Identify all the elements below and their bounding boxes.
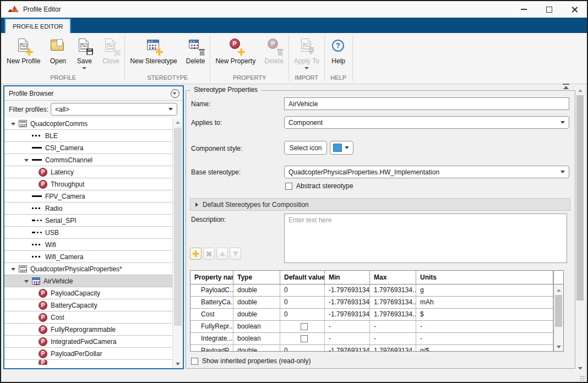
table-scrollbar-thumb[interactable]: [555, 295, 562, 327]
cell-min: -1.797693134...: [325, 345, 370, 351]
filter-profiles-label: Filter profiles:: [9, 106, 48, 113]
scroll-down-icon[interactable]: [173, 359, 183, 368]
remove-property-button[interactable]: [203, 248, 215, 260]
scroll-down-icon[interactable]: [575, 364, 585, 373]
tree-scrollbar-thumb[interactable]: [174, 128, 182, 326]
cell-type: boolean: [233, 333, 280, 344]
scroll-up-icon[interactable]: [173, 118, 183, 127]
move-down-button[interactable]: [230, 248, 241, 260]
show-inherited-checkbox[interactable]: [191, 358, 198, 365]
new-property-button[interactable]: New Property: [211, 37, 260, 65]
open-button[interactable]: Open: [45, 37, 71, 65]
tree-item-payloadperdollar[interactable]: PayloadPerDollar: [4, 348, 172, 360]
tree-item-wifi[interactable]: Wifi: [4, 239, 172, 251]
description-textarea[interactable]: [284, 214, 567, 263]
tree-item-quadcopterphysicalproperties[interactable]: QuadcopterPhysicalProperties*: [4, 263, 172, 275]
save-dropdown-caret-icon[interactable]: [82, 67, 86, 69]
close-button[interactable]: [562, 1, 587, 18]
tree-item-ble[interactable]: BLE: [4, 130, 172, 142]
resize-grip[interactable]: [580, 375, 585, 381]
maximize-button[interactable]: [536, 1, 562, 18]
chevron-down-icon: [560, 121, 565, 124]
tree-item-airvehicle[interactable]: AirVehicle: [4, 275, 172, 287]
column-header[interactable]: Units: [416, 271, 553, 284]
minimize-ribbon-icon[interactable]: [562, 84, 570, 90]
toolbar-group-profile: New Profile Open Save Close PROFILE: [2, 33, 124, 84]
applies-to-dropdown[interactable]: Component: [284, 116, 569, 129]
name-input[interactable]: [284, 97, 569, 110]
tree-item-serial-spi[interactable]: Serial_SPI: [4, 215, 172, 227]
new-profile-button[interactable]: New Profile: [2, 37, 45, 65]
expander-icon[interactable]: [10, 266, 17, 272]
properties-table-header: Property name Type Default value Min Max…: [190, 271, 563, 284]
delete-stereotype-button[interactable]: Delete: [182, 37, 210, 65]
default-stereotypes-section-header[interactable]: Default Stereotypes for Composition: [190, 198, 570, 211]
tree-item-partial[interactable]: [4, 360, 172, 365]
expander-icon[interactable]: [23, 157, 30, 163]
filter-profiles-dropdown[interactable]: <all>: [51, 103, 177, 116]
expander-icon[interactable]: [23, 278, 30, 284]
tree-item-radio[interactable]: Radio: [4, 203, 172, 215]
cell-property-name: Integrate...: [190, 333, 233, 344]
component-color-dropdown[interactable]: [330, 141, 353, 155]
column-header[interactable]: Property name: [190, 271, 233, 284]
chevron-down-icon: [560, 171, 565, 173]
apply-to-button[interactable]: Apply To: [290, 37, 324, 69]
column-header[interactable]: Max: [370, 271, 416, 284]
tab-profile-editor[interactable]: PROFILE EDITOR: [4, 18, 71, 33]
close-profile-icon: [102, 38, 119, 54]
default-value-checkbox[interactable]: [301, 323, 308, 330]
table-row[interactable]: Cost double 0 -1.797693134... 1.79769313…: [190, 309, 563, 321]
help-icon: [330, 38, 347, 54]
tree-item-label: AirVehicle: [43, 277, 73, 285]
tree-item-wifi-camera[interactable]: Wifi_Camera: [4, 251, 172, 263]
connector-solid-icon: [32, 195, 42, 197]
tree-item-quadcoptercomms[interactable]: QuadcopterComms: [4, 118, 172, 130]
tree-item-fullyreprogrammable[interactable]: FullyReprogrammable: [4, 324, 172, 336]
expander-icon[interactable]: [10, 121, 17, 127]
default-value-checkbox[interactable]: [301, 335, 308, 342]
titlebar: Profile Editor: [1, 1, 587, 18]
move-up-button[interactable]: [216, 248, 228, 260]
tree-item-throughput[interactable]: Throughput: [4, 178, 172, 190]
table-row[interactable]: PayloadC... double 0 -1.797693134... 1.7…: [190, 284, 563, 297]
panel-menu-icon[interactable]: [171, 89, 179, 98]
toolbar-group-stereotype: New Stereotype Delete STEREOTYPE: [126, 33, 209, 84]
table-row[interactable]: FullyRepr... boolean - - -: [190, 321, 563, 333]
column-header[interactable]: Min: [325, 271, 370, 284]
save-button[interactable]: Save: [71, 37, 97, 69]
tree-item-csi-camera[interactable]: CSI_Camera: [4, 142, 172, 154]
tree-item-cost[interactable]: Cost: [4, 311, 172, 324]
tree-item-usb[interactable]: USB: [4, 227, 172, 239]
table-row[interactable]: BatteryCa... double 0 -1.797693134... 1.…: [190, 297, 563, 309]
column-header[interactable]: Default value: [280, 271, 325, 284]
abstract-stereotype-checkbox[interactable]: [285, 183, 292, 190]
base-stereotype-label: Base stereotype:: [191, 168, 241, 176]
new-stereotype-button[interactable]: New Stereotype: [126, 37, 181, 65]
scroll-up-icon[interactable]: [575, 86, 585, 95]
table-row[interactable]: Integrate... boolean - - -: [190, 333, 563, 345]
main-scrollbar-thumb[interactable]: [576, 95, 584, 300]
tree-item-payloadcapacity[interactable]: PayloadCapacity: [4, 287, 172, 299]
help-button[interactable]: Help: [325, 37, 352, 65]
tree-item-commschannel[interactable]: CommsChannel: [4, 154, 172, 166]
delete-property-button[interactable]: Delete: [260, 37, 288, 65]
toolbar-group-help: Help HELP: [325, 33, 352, 84]
tree-item-batterycapacity[interactable]: BatteryCapacity: [4, 299, 172, 311]
column-header[interactable]: Type: [233, 271, 280, 284]
scroll-up-icon[interactable]: [554, 286, 563, 294]
table-scrollbar[interactable]: [553, 271, 563, 351]
tree-scrollbar[interactable]: [172, 118, 183, 368]
add-property-button[interactable]: [190, 248, 202, 260]
base-stereotype-dropdown[interactable]: QuadcopterPhysicalProperties.HW_Implemen…: [284, 166, 569, 178]
tree-item-integratedfwdcamera[interactable]: IntegratedFwdCamera: [4, 336, 172, 348]
select-icon-button[interactable]: Select icon: [284, 141, 327, 155]
table-row[interactable]: PayloadP... double 0 -1.797693134... 1.7…: [190, 345, 563, 351]
minimize-button[interactable]: [511, 1, 536, 18]
scroll-down-icon[interactable]: [554, 342, 563, 351]
tree-item-latency[interactable]: Latency: [4, 166, 172, 178]
close-profile-button[interactable]: Close: [97, 37, 124, 65]
tree-item-fpv-camera[interactable]: FPV_Camera: [4, 190, 172, 203]
main-scrollbar[interactable]: [575, 86, 585, 373]
group-label-profile: PROFILE: [2, 74, 124, 84]
